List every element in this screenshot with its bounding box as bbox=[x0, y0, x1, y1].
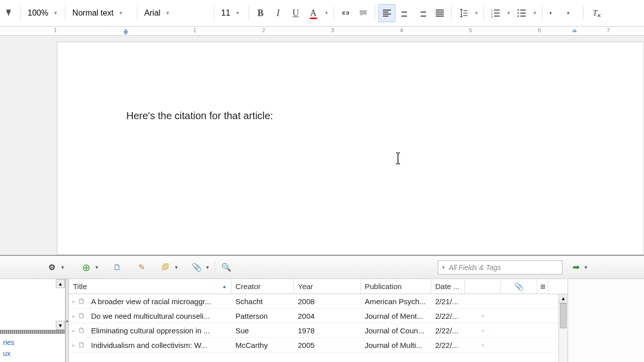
chevron-down-icon: ▼ bbox=[166, 11, 170, 16]
line-spacing-button[interactable] bbox=[455, 4, 472, 22]
right-indent-marker[interactable] bbox=[572, 29, 577, 32]
column-attachment[interactable]: 📎 bbox=[501, 279, 537, 294]
insert-link-button[interactable] bbox=[337, 4, 354, 22]
column-menu-icon: ⊞ bbox=[540, 283, 545, 290]
scroll-down-button[interactable]: ▼ bbox=[56, 321, 65, 330]
item-row[interactable]: ▹ 🗋 A broader view of racial microaggr..… bbox=[69, 294, 568, 309]
paragraph-style-dropdown[interactable]: Normal text ▼ bbox=[68, 4, 134, 22]
svg-point-5 bbox=[517, 16, 519, 17]
horizontal-ruler[interactable]: 1 1 2 3 4 5 6 7 bbox=[0, 27, 644, 36]
font-size-dropdown[interactable]: 11 ▼ bbox=[217, 4, 246, 22]
scrollbar-thumb[interactable] bbox=[560, 303, 567, 328]
chevron-down-icon: ▼ bbox=[119, 11, 123, 16]
item-row[interactable]: ▹ 🗋 Eliminating cultural oppression in .… bbox=[69, 323, 568, 338]
tag-item[interactable]: ux bbox=[2, 348, 63, 359]
left-indent-marker[interactable] bbox=[123, 29, 128, 32]
line-spacing-dropdown[interactable]: ▼ bbox=[472, 4, 480, 22]
first-line-indent-marker[interactable] bbox=[123, 32, 128, 35]
zoom-dropdown[interactable]: 100% ▼ bbox=[24, 4, 62, 22]
numbered-list-button[interactable]: 123 bbox=[487, 4, 504, 22]
tag-selector: ries ux bbox=[0, 334, 65, 362]
add-by-identifier-button[interactable]: 🗋 bbox=[111, 261, 124, 274]
separator bbox=[334, 6, 334, 20]
new-item-button[interactable]: ⊕ bbox=[79, 261, 93, 274]
column-title[interactable]: Title ▲ bbox=[69, 279, 231, 294]
item-row[interactable]: ▹ 🗋 Do we need multicultural counseli...… bbox=[69, 309, 568, 323]
numbered-list-dropdown[interactable]: ▼ bbox=[505, 4, 513, 22]
ruler-number: 5 bbox=[469, 27, 472, 33]
vertical-splitter[interactable]: ◂ bbox=[65, 279, 69, 362]
disclosure-triangle-icon[interactable]: ▹ bbox=[69, 328, 78, 333]
column-label: Publication bbox=[365, 282, 401, 291]
locate-button[interactable]: ➡ bbox=[571, 262, 582, 273]
item-year: 2004 bbox=[294, 312, 361, 320]
column-picker-button[interactable]: ⊞ bbox=[537, 279, 548, 294]
tag-item[interactable]: ries bbox=[2, 337, 63, 348]
ruler-number: 1 bbox=[193, 27, 196, 33]
scroll-up-button[interactable]: ▲ bbox=[559, 294, 568, 303]
align-right-button[interactable] bbox=[414, 4, 431, 22]
underline-button[interactable]: U bbox=[287, 4, 304, 22]
text-cursor-icon bbox=[395, 152, 401, 167]
align-left-button[interactable] bbox=[378, 4, 395, 22]
chevron-down-icon: ▼ bbox=[441, 265, 446, 270]
document-text[interactable]: Here's the citation for that article: bbox=[126, 110, 643, 122]
search-field[interactable]: ▼ All Fields & Tags bbox=[438, 260, 562, 275]
chevron-down-icon[interactable]: ▼ bbox=[95, 265, 100, 270]
column-year[interactable]: Year bbox=[294, 279, 361, 294]
align-center-button[interactable] bbox=[396, 4, 413, 22]
disclosure-triangle-icon[interactable]: ▹ bbox=[69, 313, 78, 319]
arrow-right-icon: ➡ bbox=[573, 262, 580, 273]
items-scrollbar[interactable]: ▲ bbox=[558, 294, 568, 362]
align-justify-button[interactable] bbox=[431, 4, 448, 22]
text-color-dropdown[interactable]: ▼ bbox=[323, 4, 331, 22]
new-note-button[interactable]: 🗊 bbox=[159, 261, 172, 274]
column-creator[interactable]: Creator bbox=[231, 279, 294, 294]
chevron-down-icon[interactable]: ▼ bbox=[584, 265, 589, 270]
bulleted-list-dropdown[interactable]: ▼ bbox=[531, 4, 539, 22]
gear-icon: ⚙ bbox=[48, 262, 55, 272]
pane-splitter[interactable] bbox=[0, 330, 65, 334]
bold-button[interactable]: B bbox=[252, 4, 269, 22]
column-tag[interactable] bbox=[465, 279, 501, 294]
clear-formatting-button[interactable]: T✕ bbox=[587, 4, 604, 22]
ruler-number: 3 bbox=[331, 27, 334, 33]
column-date[interactable]: Date ... bbox=[431, 279, 465, 294]
separator bbox=[542, 6, 542, 20]
chevron-down-icon[interactable]: ▼ bbox=[205, 265, 210, 270]
style-value: Normal text bbox=[72, 9, 114, 18]
item-row[interactable]: ▹ 🗋 Individualism and collectivism: W...… bbox=[69, 338, 568, 352]
item-creator: Sue bbox=[231, 326, 294, 335]
chevron-down-icon[interactable]: ▼ bbox=[60, 265, 65, 270]
insert-comment-button[interactable] bbox=[355, 4, 372, 22]
svg-text:3: 3 bbox=[491, 15, 493, 18]
disclosure-triangle-icon[interactable]: ▹ bbox=[69, 342, 78, 348]
text-color-button[interactable]: A bbox=[305, 4, 322, 22]
separator bbox=[20, 6, 21, 20]
item-date: 2/22/... bbox=[431, 341, 465, 349]
column-publication[interactable]: Publication bbox=[361, 279, 431, 294]
decrease-indent-button[interactable] bbox=[545, 4, 562, 22]
scroll-up-button[interactable]: ▲ bbox=[56, 279, 65, 288]
chevron-down-icon[interactable]: ▼ bbox=[174, 265, 179, 270]
lookup-button[interactable]: ✎ bbox=[135, 261, 148, 274]
paint-format-button[interactable] bbox=[2, 4, 17, 22]
wand-icon: ✎ bbox=[138, 262, 145, 272]
document-page[interactable]: Here's the citation for that article: bbox=[57, 42, 644, 255]
separator bbox=[214, 6, 214, 20]
ruler-number: 7 bbox=[607, 27, 610, 33]
font-family-dropdown[interactable]: Arial ▼ bbox=[140, 4, 211, 22]
attach-button[interactable]: 📎 bbox=[190, 261, 203, 274]
item-year: 2005 bbox=[294, 341, 361, 349]
item-publication: Journal of Multi... bbox=[361, 341, 431, 349]
advanced-search-button[interactable]: 🔍 bbox=[220, 261, 233, 274]
item-date: 2/21/... bbox=[431, 297, 465, 306]
increase-indent-button[interactable] bbox=[563, 4, 580, 22]
bulleted-list-button[interactable] bbox=[513, 4, 530, 22]
item-title: Do we need multicultural counseli... bbox=[87, 312, 231, 320]
reference-manager-panel: ⚙ ▼ ⊕ ▼ 🗋 ✎ 🗊 ▼ 📎 ▼ 🔍 ▼ All Fields & Tag… bbox=[0, 255, 644, 362]
document-icon: 🗋 bbox=[78, 326, 87, 334]
disclosure-triangle-icon[interactable]: ▹ bbox=[69, 299, 78, 304]
actions-gear-button[interactable]: ⚙ bbox=[45, 261, 58, 274]
italic-button[interactable]: I bbox=[270, 4, 287, 22]
